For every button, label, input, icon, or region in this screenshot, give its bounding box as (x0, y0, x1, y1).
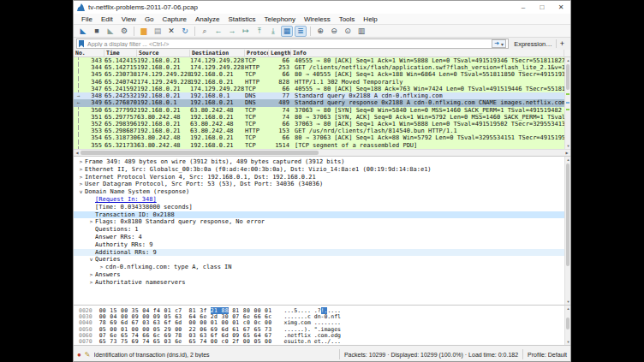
expander-icon[interactable]: > (87, 218, 95, 224)
detail-tree-item[interactable]: >User Datagram Protocol, Src Port: 53 (5… (74, 181, 564, 188)
expander-icon[interactable]: > (77, 166, 85, 172)
expander-icon[interactable]: v (77, 188, 85, 194)
go-back-icon[interactable]: ← (212, 26, 224, 37)
scroll-down-icon[interactable]: ▼ (565, 339, 570, 345)
menu-statistics[interactable]: Statistics (224, 15, 260, 23)
go-to-packet-icon[interactable]: ↦ (240, 26, 252, 37)
expander-icon[interactable]: > (77, 158, 85, 164)
reload-file-icon[interactable]: ↻ (179, 26, 191, 37)
menu-analyze[interactable]: Analyze (191, 15, 224, 23)
expander-icon[interactable]: > (77, 181, 85, 187)
filter-bookmark-icon[interactable] (79, 40, 84, 48)
packet-row[interactable]: 35065.277992192.168.0.2163.80.242.48TCP7… (74, 107, 564, 114)
hex-row[interactable]: 006007 6e 65 74 66 6c 69 7803 63 6f 6d 0… (79, 332, 564, 338)
maximize-button[interactable]: □ (533, 1, 552, 14)
packet-list-scrollbar[interactable]: ▲ ▼ (564, 57, 570, 149)
open-file-icon[interactable]: ▆ (138, 26, 150, 37)
expander-icon[interactable]: > (98, 264, 105, 270)
zoom-out-icon[interactable]: ⊖ (328, 26, 340, 37)
close-button[interactable]: ✕ (552, 1, 570, 14)
scroll-up-icon[interactable]: ▲ (565, 157, 570, 163)
detail-tree-item[interactable]: vQueries (74, 256, 564, 264)
expander-icon[interactable]: v (87, 256, 95, 262)
detail-tree-item[interactable]: Transaction ID: 0x2188 (74, 211, 564, 219)
close-file-icon[interactable]: ✕ (165, 26, 177, 37)
expert-info-icon[interactable]: ● (77, 351, 81, 359)
hex-row[interactable]: 004078 69 6d 67 03 63 6f 6d00 00 01 00 0… (79, 319, 564, 325)
hex-row[interactable]: 005005 00 01 00 00 05 29 0022 06 69 6d 6… (79, 326, 564, 332)
capture-comment-icon[interactable]: ✎ (85, 351, 91, 359)
restart-capture-icon[interactable]: ◣ (104, 26, 116, 37)
stop-capture-icon[interactable]: ■ (91, 26, 103, 37)
find-packet-icon[interactable]: ⌕ (199, 26, 211, 37)
details-scrollbar[interactable]: ▲ ▼ (564, 157, 570, 305)
packet-row[interactable]: 35565.32173363.80.242.48192.168.0.21TCP1… (74, 142, 564, 149)
menu-go[interactable]: Go (140, 15, 158, 23)
detail-tree-item[interactable]: >Internet Protocol Version 4, Src: 192.1… (74, 174, 564, 181)
packet-list-header[interactable]: No.TimeSourceDestinationProtocolLengthIn… (74, 50, 570, 57)
hex-row[interactable]: 003000 04 00 09 00 09 05 6364 6e 2d 30 0… (79, 313, 564, 319)
scroll-right-icon[interactable]: ▶ (564, 150, 570, 156)
colorize-packets-icon[interactable]: ▦ (281, 26, 293, 37)
packet-row[interactable]: 34565.230738174.129.249.228192.168.0.21T… (74, 71, 564, 78)
filter-dropdown-icon[interactable]: ▾ (501, 41, 504, 47)
scroll-thumb[interactable] (566, 64, 569, 90)
packet-row[interactable]: 35365.298687192.168.0.2163.80.242.48HTTP… (74, 128, 564, 134)
menu-tools[interactable]: Tools (335, 15, 360, 23)
hscroll-thumb[interactable] (80, 151, 319, 155)
hex-dump[interactable]: 002000 15 00 35 04 f4 01 c781 3f 21 88 8… (74, 306, 564, 345)
minimize-button[interactable]: – (514, 1, 533, 14)
scroll-thumb[interactable] (566, 317, 569, 329)
detail-tree-item[interactable]: >Flags: 0x8180 Standard query response, … (74, 218, 564, 226)
menu-edit[interactable]: Edit (97, 15, 117, 23)
detail-tree-item[interactable]: [Time: 0.034338000 seconds] (74, 204, 564, 211)
capture-options-icon[interactable]: ⚙ (118, 26, 130, 37)
expression-button[interactable]: Expression… (514, 40, 552, 48)
menu-file[interactable]: File (77, 15, 97, 23)
detail-tree-item[interactable]: Additional RRs: 9 (74, 249, 564, 257)
scroll-up-icon[interactable]: ▲ (565, 306, 570, 312)
add-filter-button[interactable]: + (556, 39, 568, 48)
detail-tree-item[interactable]: Answer RRs: 4 (74, 234, 564, 241)
resize-columns-icon[interactable]: ▥ (355, 26, 367, 37)
zoom-normal-icon[interactable]: ⊙ (342, 26, 354, 37)
packet-row[interactable]: ←34965.276870192.168.0.1192.168.0.21DNS4… (74, 99, 564, 106)
detail-tree-item[interactable]: >Ethernet II, Src: Globalsc_00:3b:0a (f0… (74, 166, 564, 174)
column-header-info[interactable]: Info (291, 50, 564, 56)
packet-row[interactable]: 34465.142715192.168.0.21174.129.249.228H… (74, 64, 564, 71)
expander-icon[interactable]: > (87, 279, 95, 285)
apply-filter-button[interactable]: ➜ ▾ (492, 39, 506, 48)
column-header-protocol[interactable]: Protocol (245, 50, 269, 56)
expander-icon[interactable]: > (77, 174, 85, 180)
go-last-packet-icon[interactable]: ⤓ (267, 26, 279, 37)
menu-capture[interactable]: Capture (158, 15, 191, 23)
detail-tree-item[interactable]: >Frame 349: 489 bytes on wire (3912 bits… (74, 158, 564, 166)
start-capture-icon[interactable]: ◣ (77, 26, 89, 37)
menu-view[interactable]: View (117, 15, 140, 23)
packet-row[interactable]: 34365.142415192.168.0.21174.129.249.228T… (74, 57, 564, 64)
detail-tree-item[interactable]: >Answers (74, 271, 564, 279)
column-header-source[interactable]: Source (137, 50, 190, 56)
scroll-down-icon[interactable]: ▼ (565, 143, 570, 149)
scroll-thumb[interactable] (566, 163, 569, 266)
packet-row[interactable]: →34865.242532192.168.0.21192.168.0.1DNS7… (74, 92, 564, 99)
column-header-destination[interactable]: Destination (190, 50, 245, 56)
detail-tree-item[interactable]: vDomain Name System (response) (74, 188, 564, 196)
detail-tree-item[interactable]: [Request In: 348] (74, 196, 564, 204)
display-filter-input[interactable]: Apply a display filter ... <Ctrl-/> ➜ ▾ (76, 39, 509, 49)
hex-row[interactable]: 007065 73 75 69 74 65 03 6e65 74 00 c0 2… (79, 338, 564, 344)
column-header-no[interactable]: No. (74, 50, 104, 56)
bytes-scrollbar[interactable]: ▲ ▼ (564, 306, 570, 345)
packet-row[interactable]: 35265.298396192.168.0.2163.80.242.48TCP6… (74, 121, 564, 128)
packet-row[interactable]: 34665.240742174.129.249.228192.168.0.21H… (74, 79, 564, 86)
detail-tree-item[interactable]: >cdn-0.nflximg.com: type A, class IN (74, 264, 564, 271)
scroll-left-icon[interactable]: ◀ (74, 150, 80, 156)
packet-row[interactable]: 35165.29775763.80.242.48192.168.0.21TCP7… (74, 114, 564, 121)
detail-tree-item[interactable]: Authority RRs: 9 (74, 241, 564, 249)
column-header-length[interactable]: Length (269, 50, 291, 56)
expander-icon[interactable]: > (87, 271, 95, 277)
menu-telephony[interactable]: Telephony (260, 15, 300, 23)
menu-help[interactable]: Help (359, 15, 381, 23)
scroll-down-icon[interactable]: ▼ (565, 299, 570, 305)
detail-tree-item[interactable]: Questions: 1 (74, 226, 564, 234)
